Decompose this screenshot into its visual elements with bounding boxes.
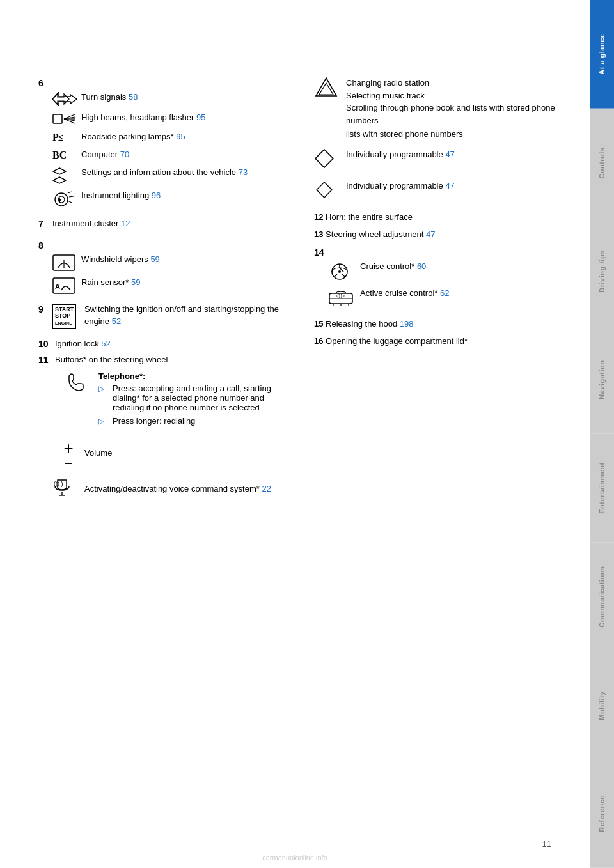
item-13: 13 Steering wheel adjustment 47 (314, 228, 564, 241)
voice-text: Activating/deactivating voice command sy… (84, 484, 271, 493)
sidebar-tab-at-a-glance[interactable]: At a glance (590, 0, 614, 109)
section-num-7: 7 (38, 219, 52, 229)
parking-lamps-text: Roadside parking lamps* 95 (81, 130, 288, 143)
ignition-lock-link[interactable]: 52 (101, 339, 110, 348)
bullet-arrow-2: ▷ (98, 417, 107, 426)
releasing-hood-link[interactable]: 198 (400, 319, 414, 329)
num-15: 15 (314, 319, 323, 329)
rain-sensor-icon: A (52, 276, 81, 294)
instrument-light-icon: ✱ (52, 189, 81, 208)
item-16: 16 Opening the luggage compartment lid* (314, 335, 564, 348)
svg-marker-9 (53, 177, 66, 183)
item-prog-1: Individually programmable 47 (314, 148, 564, 172)
bullet-arrow-1: ▷ (98, 384, 107, 393)
section-11: 11 Buttons* on the steering wheel (38, 353, 288, 501)
instrument-lighting-text: Instrument lighting 96 (81, 189, 288, 202)
section-num-14: 14 (314, 247, 328, 258)
svg-line-14 (68, 201, 72, 203)
cruise-icon (328, 260, 360, 282)
section-num-11: 11 (38, 355, 52, 365)
sidebar-tab-driving-tips[interactable]: Driving tips (590, 217, 614, 326)
num-16: 16 (314, 336, 323, 346)
svg-marker-23 (316, 78, 336, 96)
rain-sensor-text: Rain sensor* 59 (81, 276, 288, 289)
prog1-link[interactable]: 47 (445, 150, 454, 159)
turn-signals-link[interactable]: 58 (129, 92, 138, 102)
item-rain-sensor: A Rain sensor* 59 (52, 276, 288, 294)
steering-wheel-adj-link[interactable]: 47 (426, 229, 435, 239)
section-num-8: 8 (38, 240, 52, 251)
sidebar-tab-mobility[interactable]: Mobility (590, 651, 614, 760)
sidebar-tab-controls[interactable]: Controls (590, 109, 614, 217)
item-computer: BC Computer 70 (52, 148, 288, 161)
voice-icon: ((( ) (52, 476, 84, 501)
svg-point-31 (338, 270, 341, 273)
sidebar: At a glance Controls Driving tips Naviga… (590, 0, 614, 868)
sidebar-tab-entertainment[interactable]: Entertainment (590, 434, 614, 543)
active-cruise-icon: ◁ ▷ (328, 287, 360, 309)
svg-marker-26 (317, 182, 332, 198)
prog2-text: Individually programmable 47 (346, 180, 564, 192)
ignition-lock-text: Ignition lock 52 (55, 337, 288, 350)
windshield-wipers-text: Windshield wipers 59 (81, 253, 288, 266)
item-radio: Changing radio station Selecting music t… (314, 77, 564, 141)
svg-text:◁ ▷: ◁ ▷ (336, 293, 345, 298)
svg-rect-2 (53, 114, 62, 123)
rain-sensor-link[interactable]: 59 (131, 277, 140, 287)
telephone-icon (67, 371, 98, 393)
parking-icon: P≤ (52, 130, 81, 143)
page-number: 11 (542, 839, 551, 849)
svg-marker-1 (52, 94, 69, 104)
item-parking-lamps: P≤ Roadside parking lamps* 95 (52, 130, 288, 143)
section-10: 10 Ignition lock 52 (38, 337, 288, 350)
settings-link[interactable]: 73 (239, 167, 248, 177)
section-6: 6 Turn signals 58 (38, 77, 288, 208)
start-stop-text: Switching the ignition on/off and starti… (84, 303, 288, 328)
item-active-cruise: ◁ ▷ Active cruise control* 62 (328, 287, 564, 309)
svg-marker-25 (315, 150, 333, 167)
svg-marker-24 (319, 83, 333, 95)
instrument-lighting-link[interactable]: 96 (152, 190, 161, 200)
turn-signal-icon (52, 91, 81, 106)
item-15: 15 Releasing the hood 198 (314, 318, 564, 330)
high-beams-link[interactable]: 95 (196, 112, 205, 122)
prog2-icon (314, 180, 346, 203)
sidebar-tab-communications[interactable]: Communications (590, 543, 614, 651)
computer-link[interactable]: 70 (120, 150, 129, 159)
instrument-cluster-link[interactable]: 12 (121, 219, 130, 228)
voice-link[interactable]: 22 (262, 484, 271, 493)
start-stop-link[interactable]: 52 (112, 316, 121, 326)
section-14: 14 Cruise c (314, 246, 564, 309)
high-beam-icon (52, 111, 81, 125)
active-cruise-link[interactable]: 62 (440, 288, 449, 298)
settings-icon (52, 166, 81, 184)
computer-icon: BC (52, 148, 81, 161)
parking-lamps-link[interactable]: 95 (176, 132, 185, 141)
cruise-control-link[interactable]: 60 (417, 261, 426, 271)
item-12: 12 Horn: the entire surface (314, 211, 564, 224)
high-beams-text: High beams, headlamp flasher 95 (81, 111, 288, 124)
radio-text: Changing radio station Selecting music t… (346, 77, 564, 141)
cruise-control-text: Cruise control* 60 (360, 260, 564, 273)
computer-text: Computer 70 (81, 148, 288, 161)
sidebar-tab-navigation[interactable]: Navigation (590, 325, 614, 434)
bullet-text-2: Press longer: redialing (113, 416, 195, 426)
num-12: 12 (314, 212, 323, 222)
svg-line-13 (69, 196, 74, 197)
volume-text: Volume (84, 448, 112, 458)
turn-signals-text: Turn signals 58 (81, 91, 288, 104)
telephone-text: Telephone*: ▷ Press: accepting and endin… (98, 371, 288, 430)
active-cruise-text: Active cruise control* 62 (360, 287, 564, 300)
prog2-link[interactable]: 47 (445, 181, 454, 190)
section-9: 9 STARTSTOPENGINE Switching the ignition… (38, 303, 288, 329)
volume-icon: + − (52, 438, 84, 467)
prog1-icon (314, 148, 346, 172)
windshield-wipers-link[interactable]: 59 (150, 254, 159, 264)
sidebar-tab-reference[interactable]: Reference (590, 759, 614, 868)
section-num-9: 9 (38, 304, 52, 314)
num-13: 13 (314, 229, 323, 239)
svg-text:A: A (55, 283, 60, 290)
item-high-beams: High beams, headlamp flasher 95 (52, 111, 288, 125)
section-num-10: 10 (38, 339, 52, 349)
item-windshield-wipers: Windshield wipers 59 (52, 253, 288, 271)
